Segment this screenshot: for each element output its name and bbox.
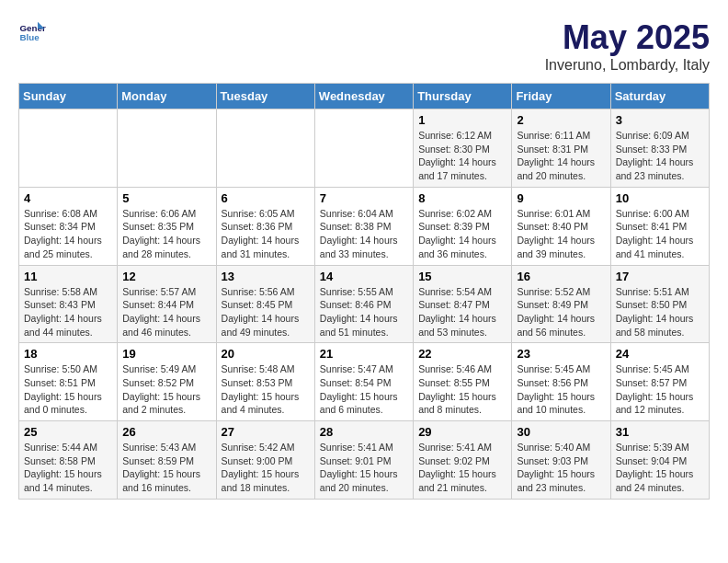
- calendar-cell: 12Sunrise: 5:57 AMSunset: 8:44 PMDayligh…: [118, 265, 216, 343]
- day-number: 9: [517, 191, 605, 205]
- calendar-cell: 22Sunrise: 5:46 AMSunset: 8:55 PMDayligh…: [414, 343, 512, 421]
- day-info: Sunrise: 5:43 AMSunset: 8:59 PMDaylight:…: [122, 441, 210, 495]
- day-info: Sunrise: 5:42 AMSunset: 9:00 PMDaylight:…: [222, 441, 310, 495]
- col-tuesday: Tuesday: [216, 84, 314, 109]
- day-info: Sunrise: 6:04 AMSunset: 8:38 PMDaylight:…: [320, 207, 408, 261]
- calendar-cell: 5Sunrise: 6:06 AMSunset: 8:35 PMDaylight…: [118, 187, 216, 265]
- day-number: 7: [320, 191, 408, 205]
- calendar-cell: 24Sunrise: 5:45 AMSunset: 8:57 PMDayligh…: [610, 343, 709, 421]
- calendar-body: 1Sunrise: 6:12 AMSunset: 8:30 PMDaylight…: [19, 109, 710, 500]
- day-number: 27: [222, 425, 310, 439]
- day-info: Sunrise: 5:48 AMSunset: 8:53 PMDaylight:…: [222, 362, 310, 417]
- col-thursday: Thursday: [414, 84, 512, 109]
- day-number: 6: [222, 191, 310, 205]
- day-info: Sunrise: 5:54 AMSunset: 8:47 PMDaylight:…: [418, 285, 506, 339]
- day-info: Sunrise: 5:47 AMSunset: 8:54 PMDaylight:…: [320, 362, 408, 417]
- day-info: Sunrise: 6:09 AMSunset: 8:33 PMDaylight:…: [616, 129, 704, 183]
- calendar-cell: 21Sunrise: 5:47 AMSunset: 8:54 PMDayligh…: [314, 343, 413, 421]
- calendar-cell: 10Sunrise: 6:00 AMSunset: 8:41 PMDayligh…: [610, 187, 709, 265]
- day-number: 21: [320, 347, 408, 361]
- title-section: May 2025 Inveruno, Lombardy, Italy: [545, 18, 710, 74]
- day-number: 14: [320, 270, 408, 283]
- day-info: Sunrise: 6:01 AMSunset: 8:40 PMDaylight:…: [517, 207, 605, 261]
- calendar-cell: 4Sunrise: 6:08 AMSunset: 8:34 PMDaylight…: [19, 187, 118, 265]
- calendar-cell: 18Sunrise: 5:50 AMSunset: 8:51 PMDayligh…: [19, 343, 118, 421]
- day-number: 28: [320, 425, 408, 439]
- calendar-cell: 14Sunrise: 5:55 AMSunset: 8:46 PMDayligh…: [314, 265, 413, 343]
- calendar-cell: 8Sunrise: 6:02 AMSunset: 8:39 PMDaylight…: [414, 187, 512, 265]
- calendar-cell: 19Sunrise: 5:49 AMSunset: 8:52 PMDayligh…: [118, 343, 216, 421]
- day-number: 20: [222, 347, 310, 361]
- calendar-cell: 1Sunrise: 6:12 AMSunset: 8:30 PMDaylight…: [414, 109, 512, 188]
- day-number: 2: [517, 113, 605, 127]
- day-number: 10: [616, 191, 704, 205]
- day-number: 23: [517, 347, 605, 361]
- day-info: Sunrise: 5:55 AMSunset: 8:46 PMDaylight:…: [320, 285, 408, 339]
- day-number: 16: [517, 270, 605, 283]
- day-info: Sunrise: 5:44 AMSunset: 8:58 PMDaylight:…: [24, 441, 112, 495]
- day-info: Sunrise: 5:39 AMSunset: 9:04 PMDaylight:…: [616, 441, 704, 495]
- logo-icon: General Blue: [18, 18, 46, 46]
- day-number: 24: [616, 347, 704, 361]
- col-friday: Friday: [512, 84, 610, 109]
- day-info: Sunrise: 5:50 AMSunset: 8:51 PMDaylight:…: [24, 362, 112, 417]
- day-info: Sunrise: 6:00 AMSunset: 8:41 PMDaylight:…: [616, 207, 704, 261]
- day-number: 26: [122, 425, 210, 439]
- day-info: Sunrise: 5:49 AMSunset: 8:52 PMDaylight:…: [122, 362, 210, 417]
- calendar-cell: 3Sunrise: 6:09 AMSunset: 8:33 PMDaylight…: [610, 109, 709, 188]
- calendar-cell: 23Sunrise: 5:45 AMSunset: 8:56 PMDayligh…: [512, 343, 610, 421]
- day-info: Sunrise: 6:02 AMSunset: 8:39 PMDaylight:…: [418, 207, 506, 261]
- calendar-cell: 31Sunrise: 5:39 AMSunset: 9:04 PMDayligh…: [610, 421, 709, 500]
- calendar-cell: [118, 109, 216, 188]
- calendar-cell: 13Sunrise: 5:56 AMSunset: 8:45 PMDayligh…: [216, 265, 314, 343]
- calendar-cell: 15Sunrise: 5:54 AMSunset: 8:47 PMDayligh…: [414, 265, 512, 343]
- day-number: 11: [24, 270, 112, 283]
- day-number: 13: [222, 270, 310, 283]
- day-number: 15: [418, 270, 506, 283]
- day-number: 12: [122, 270, 210, 283]
- day-info: Sunrise: 5:40 AMSunset: 9:03 PMDaylight:…: [517, 441, 605, 495]
- day-info: Sunrise: 5:56 AMSunset: 8:45 PMDaylight:…: [222, 285, 310, 339]
- calendar-cell: [314, 109, 413, 188]
- col-wednesday: Wednesday: [314, 84, 413, 109]
- col-monday: Monday: [118, 84, 216, 109]
- month-title: May 2025: [545, 18, 710, 57]
- calendar-cell: 20Sunrise: 5:48 AMSunset: 8:53 PMDayligh…: [216, 343, 314, 421]
- day-number: 17: [616, 270, 704, 283]
- day-number: 25: [24, 425, 112, 439]
- calendar-cell: 11Sunrise: 5:58 AMSunset: 8:43 PMDayligh…: [19, 265, 118, 343]
- calendar-cell: 7Sunrise: 6:04 AMSunset: 8:38 PMDaylight…: [314, 187, 413, 265]
- calendar-cell: 17Sunrise: 5:51 AMSunset: 8:50 PMDayligh…: [610, 265, 709, 343]
- day-info: Sunrise: 5:57 AMSunset: 8:44 PMDaylight:…: [122, 285, 210, 339]
- logo: General Blue: [18, 18, 46, 46]
- day-info: Sunrise: 6:08 AMSunset: 8:34 PMDaylight:…: [24, 207, 112, 261]
- day-number: 8: [418, 191, 506, 205]
- day-info: Sunrise: 6:12 AMSunset: 8:30 PMDaylight:…: [418, 129, 506, 183]
- day-info: Sunrise: 5:41 AMSunset: 9:01 PMDaylight:…: [320, 441, 408, 495]
- calendar-cell: 16Sunrise: 5:52 AMSunset: 8:49 PMDayligh…: [512, 265, 610, 343]
- day-number: 31: [616, 425, 704, 439]
- calendar-header: Sunday Monday Tuesday Wednesday Thursday…: [19, 84, 710, 109]
- day-info: Sunrise: 5:41 AMSunset: 9:02 PMDaylight:…: [418, 441, 506, 495]
- calendar-cell: 30Sunrise: 5:40 AMSunset: 9:03 PMDayligh…: [512, 421, 610, 500]
- calendar-cell: 29Sunrise: 5:41 AMSunset: 9:02 PMDayligh…: [414, 421, 512, 500]
- calendar-cell: [216, 109, 314, 188]
- location-subtitle: Inveruno, Lombardy, Italy: [545, 57, 710, 74]
- calendar-cell: 26Sunrise: 5:43 AMSunset: 8:59 PMDayligh…: [118, 421, 216, 500]
- calendar-cell: [19, 109, 118, 188]
- day-info: Sunrise: 5:46 AMSunset: 8:55 PMDaylight:…: [418, 362, 506, 417]
- day-number: 3: [616, 113, 704, 127]
- calendar-cell: 6Sunrise: 6:05 AMSunset: 8:36 PMDaylight…: [216, 187, 314, 265]
- calendar-cell: 2Sunrise: 6:11 AMSunset: 8:31 PMDaylight…: [512, 109, 610, 188]
- day-info: Sunrise: 6:06 AMSunset: 8:35 PMDaylight:…: [122, 207, 210, 261]
- col-saturday: Saturday: [610, 84, 709, 109]
- day-number: 30: [517, 425, 605, 439]
- day-number: 5: [122, 191, 210, 205]
- col-sunday: Sunday: [19, 84, 118, 109]
- calendar-cell: 9Sunrise: 6:01 AMSunset: 8:40 PMDaylight…: [512, 187, 610, 265]
- day-info: Sunrise: 5:45 AMSunset: 8:56 PMDaylight:…: [517, 362, 605, 417]
- page-header: General Blue May 2025 Inveruno, Lombardy…: [18, 18, 710, 74]
- day-number: 4: [24, 191, 112, 205]
- svg-text:Blue: Blue: [20, 32, 40, 42]
- calendar-cell: 25Sunrise: 5:44 AMSunset: 8:58 PMDayligh…: [19, 421, 118, 500]
